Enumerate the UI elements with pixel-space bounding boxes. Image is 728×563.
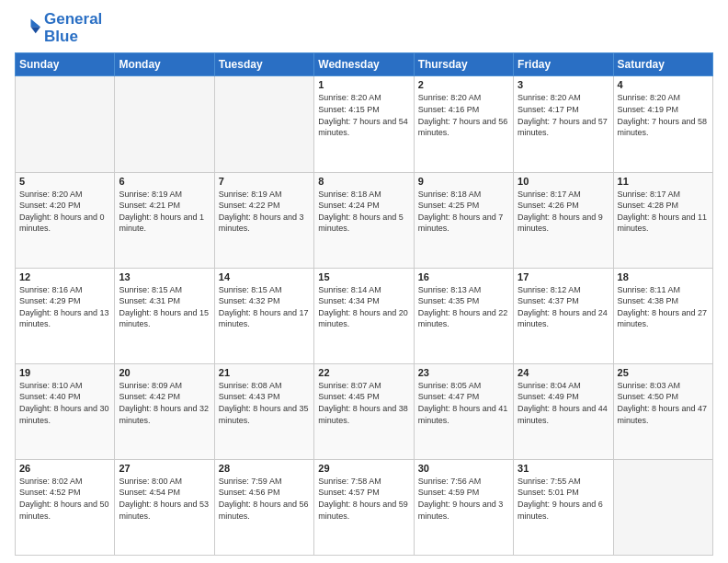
weekday-saturday: Saturday [613, 53, 712, 76]
day-number: 9 [418, 176, 509, 187]
day-number: 17 [518, 271, 609, 282]
day-number: 14 [219, 271, 310, 282]
empty-cell [214, 76, 313, 172]
svg-marker-0 [31, 18, 41, 27]
day-info: Sunrise: 7:58 AM Sunset: 4:57 PM Dayligh… [318, 476, 409, 522]
day-number: 13 [119, 271, 210, 282]
day-number: 23 [418, 367, 509, 378]
day-number: 22 [318, 367, 409, 378]
weekday-tuesday: Tuesday [214, 53, 313, 76]
day-number: 15 [318, 271, 409, 282]
day-info: Sunrise: 8:18 AM Sunset: 4:25 PM Dayligh… [418, 189, 509, 235]
day-number: 18 [618, 271, 709, 282]
day-info: Sunrise: 8:16 AM Sunset: 4:29 PM Dayligh… [19, 284, 110, 330]
day-info: Sunrise: 8:20 AM Sunset: 4:17 PM Dayligh… [518, 92, 609, 138]
day-number: 20 [119, 367, 210, 378]
day-cell-11: 11Sunrise: 8:17 AM Sunset: 4:28 PM Dayli… [613, 172, 712, 268]
day-info: Sunrise: 8:05 AM Sunset: 4:47 PM Dayligh… [418, 380, 509, 426]
week-row-2: 12Sunrise: 8:16 AM Sunset: 4:29 PM Dayli… [16, 268, 713, 363]
day-number: 26 [19, 463, 110, 474]
day-number: 3 [518, 79, 609, 90]
day-cell-31: 31Sunrise: 7:55 AM Sunset: 5:01 PM Dayli… [514, 459, 613, 555]
day-cell-30: 30Sunrise: 7:56 AM Sunset: 4:59 PM Dayli… [414, 459, 513, 555]
weekday-friday: Friday [514, 53, 613, 76]
weekday-thursday: Thursday [414, 53, 513, 76]
day-cell-2: 2Sunrise: 8:20 AM Sunset: 4:16 PM Daylig… [414, 76, 513, 172]
day-cell-26: 26Sunrise: 8:02 AM Sunset: 4:52 PM Dayli… [16, 459, 115, 555]
day-info: Sunrise: 8:17 AM Sunset: 4:28 PM Dayligh… [618, 189, 709, 235]
day-cell-13: 13Sunrise: 8:15 AM Sunset: 4:31 PM Dayli… [115, 268, 214, 363]
day-number: 16 [418, 271, 509, 282]
weekday-header-row: SundayMondayTuesdayWednesdayThursdayFrid… [16, 53, 713, 76]
day-cell-24: 24Sunrise: 8:04 AM Sunset: 4:49 PM Dayli… [514, 363, 613, 459]
day-cell-10: 10Sunrise: 8:17 AM Sunset: 4:26 PM Dayli… [514, 172, 613, 268]
day-cell-4: 4Sunrise: 8:20 AM Sunset: 4:19 PM Daylig… [613, 76, 712, 172]
empty-cell [115, 76, 214, 172]
day-number: 24 [518, 367, 609, 378]
day-number: 4 [618, 79, 709, 90]
day-cell-29: 29Sunrise: 7:58 AM Sunset: 4:57 PM Dayli… [314, 459, 414, 555]
week-row-4: 26Sunrise: 8:02 AM Sunset: 4:52 PM Dayli… [16, 459, 713, 555]
day-number: 29 [318, 463, 409, 474]
day-number: 25 [618, 367, 709, 378]
day-info: Sunrise: 8:04 AM Sunset: 4:49 PM Dayligh… [518, 380, 609, 426]
day-info: Sunrise: 7:56 AM Sunset: 4:59 PM Dayligh… [418, 476, 509, 522]
day-info: Sunrise: 8:07 AM Sunset: 4:45 PM Dayligh… [318, 380, 409, 426]
day-number: 6 [119, 176, 210, 187]
day-cell-16: 16Sunrise: 8:13 AM Sunset: 4:35 PM Dayli… [414, 268, 513, 363]
day-info: Sunrise: 8:10 AM Sunset: 4:40 PM Dayligh… [19, 380, 110, 426]
day-cell-18: 18Sunrise: 8:11 AM Sunset: 4:38 PM Dayli… [613, 268, 712, 363]
empty-cell [613, 459, 712, 555]
day-info: Sunrise: 8:15 AM Sunset: 4:31 PM Dayligh… [119, 284, 210, 330]
day-info: Sunrise: 8:18 AM Sunset: 4:24 PM Dayligh… [318, 189, 409, 235]
day-number: 10 [518, 176, 609, 187]
day-info: Sunrise: 8:20 AM Sunset: 4:19 PM Dayligh… [618, 92, 709, 138]
calendar-table: SundayMondayTuesdayWednesdayThursdayFrid… [15, 52, 713, 556]
day-cell-25: 25Sunrise: 8:03 AM Sunset: 4:50 PM Dayli… [613, 363, 712, 459]
day-info: Sunrise: 8:13 AM Sunset: 4:35 PM Dayligh… [418, 284, 509, 330]
day-number: 5 [19, 176, 110, 187]
empty-cell [16, 76, 115, 172]
weekday-sunday: Sunday [16, 53, 115, 76]
logo-text: General Blue [44, 11, 102, 45]
week-row-0: 1Sunrise: 8:20 AM Sunset: 4:15 PM Daylig… [16, 76, 713, 172]
day-cell-7: 7Sunrise: 8:19 AM Sunset: 4:22 PM Daylig… [214, 172, 313, 268]
day-info: Sunrise: 8:11 AM Sunset: 4:38 PM Dayligh… [618, 284, 709, 330]
day-number: 28 [219, 463, 310, 474]
day-cell-17: 17Sunrise: 8:12 AM Sunset: 4:37 PM Dayli… [514, 268, 613, 363]
day-cell-6: 6Sunrise: 8:19 AM Sunset: 4:21 PM Daylig… [115, 172, 214, 268]
day-cell-8: 8Sunrise: 8:18 AM Sunset: 4:24 PM Daylig… [314, 172, 414, 268]
day-cell-1: 1Sunrise: 8:20 AM Sunset: 4:15 PM Daylig… [314, 76, 414, 172]
day-cell-14: 14Sunrise: 8:15 AM Sunset: 4:32 PM Dayli… [214, 268, 313, 363]
day-number: 11 [618, 176, 709, 187]
day-info: Sunrise: 8:19 AM Sunset: 4:21 PM Dayligh… [119, 189, 210, 235]
day-info: Sunrise: 8:08 AM Sunset: 4:43 PM Dayligh… [219, 380, 310, 426]
day-cell-23: 23Sunrise: 8:05 AM Sunset: 4:47 PM Dayli… [414, 363, 513, 459]
day-info: Sunrise: 7:59 AM Sunset: 4:56 PM Dayligh… [219, 476, 310, 522]
week-row-3: 19Sunrise: 8:10 AM Sunset: 4:40 PM Dayli… [16, 363, 713, 459]
day-number: 27 [119, 463, 210, 474]
day-info: Sunrise: 8:17 AM Sunset: 4:26 PM Dayligh… [518, 189, 609, 235]
day-number: 8 [318, 176, 409, 187]
day-info: Sunrise: 8:12 AM Sunset: 4:37 PM Dayligh… [518, 284, 609, 330]
svg-marker-1 [31, 27, 41, 33]
header: General Blue [15, 11, 713, 45]
weekday-wednesday: Wednesday [314, 53, 414, 76]
day-cell-3: 3Sunrise: 8:20 AM Sunset: 4:17 PM Daylig… [514, 76, 613, 172]
day-info: Sunrise: 8:09 AM Sunset: 4:42 PM Dayligh… [119, 380, 210, 426]
day-info: Sunrise: 8:00 AM Sunset: 4:54 PM Dayligh… [119, 476, 210, 522]
day-cell-15: 15Sunrise: 8:14 AM Sunset: 4:34 PM Dayli… [314, 268, 414, 363]
day-cell-9: 9Sunrise: 8:18 AM Sunset: 4:25 PM Daylig… [414, 172, 513, 268]
logo-icon [15, 16, 40, 41]
day-info: Sunrise: 8:20 AM Sunset: 4:16 PM Dayligh… [418, 92, 509, 138]
week-row-1: 5Sunrise: 8:20 AM Sunset: 4:20 PM Daylig… [16, 172, 713, 268]
day-number: 31 [518, 463, 609, 474]
day-number: 12 [19, 271, 110, 282]
day-info: Sunrise: 8:02 AM Sunset: 4:52 PM Dayligh… [19, 476, 110, 522]
day-info: Sunrise: 7:55 AM Sunset: 5:01 PM Dayligh… [518, 476, 609, 522]
page: General Blue SundayMondayTuesdayWednesda… [0, 0, 728, 563]
day-number: 2 [418, 79, 509, 90]
day-info: Sunrise: 8:19 AM Sunset: 4:22 PM Dayligh… [219, 189, 310, 235]
day-cell-5: 5Sunrise: 8:20 AM Sunset: 4:20 PM Daylig… [16, 172, 115, 268]
day-number: 21 [219, 367, 310, 378]
